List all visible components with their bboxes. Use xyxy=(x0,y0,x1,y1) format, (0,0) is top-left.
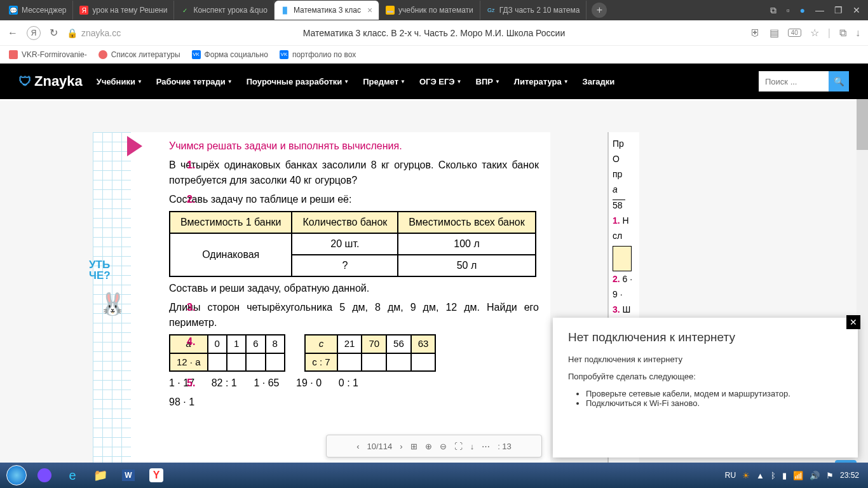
task-number: 5. xyxy=(187,376,195,391)
start-button[interactable] xyxy=(4,464,29,487)
window-controls: ⧉ ▫ ● — ❐ ✕ xyxy=(770,5,868,16)
tray-clock[interactable]: 23:52 xyxy=(840,471,859,480)
address-bar: ← Я ↻ 🔒znayka.cc Математика 3 класс. В 2… xyxy=(0,20,868,46)
pdf-more-icon[interactable]: ⋯ xyxy=(482,442,490,451)
nav-oge[interactable]: ОГЭ ЕГЭ▼ xyxy=(419,77,462,86)
yandex-icon: Y xyxy=(149,468,163,482)
doc-icon xyxy=(9,50,18,59)
tray-wifi-icon[interactable]: 📶 xyxy=(793,471,803,480)
task-number: 1. xyxy=(187,158,195,173)
pdf-grid-icon[interactable]: ⊞ xyxy=(410,442,417,451)
nav-vpr[interactable]: ВПР▼ xyxy=(476,77,500,86)
chevron-down-icon: ▼ xyxy=(400,79,405,85)
task-2b-text: Составь и реши задачу, обратную данной. xyxy=(169,281,539,296)
nav-lit[interactable]: Литература▼ xyxy=(514,77,569,86)
task-number: 4. xyxy=(187,334,195,349)
nav-zagadki[interactable]: Загадки xyxy=(583,77,615,86)
taskbar-alice[interactable] xyxy=(32,465,57,485)
tab-math-active[interactable]: ▉Математика 3 клас× xyxy=(275,1,379,20)
pdf-toolbar: ‹ 10/114 › ⊞ ⊕ ⊖ ⛶ ↓ ⋯ : 13 xyxy=(326,435,542,458)
close-window-button[interactable]: ✕ xyxy=(853,5,860,16)
tray-flag-icon[interactable]: ⚑ xyxy=(826,471,834,480)
home-button[interactable]: Я xyxy=(27,26,41,40)
popup-close-button[interactable]: ✕ xyxy=(846,315,860,329)
pdf-fullscreen-icon[interactable]: ⛶ xyxy=(454,442,463,451)
tab-uchebnik[interactable]: ▬учебник по математи xyxy=(379,1,480,20)
task-4b-table: c21705663 c : 7 xyxy=(304,334,436,372)
tray-chevron-icon[interactable]: ▲ xyxy=(756,471,764,480)
site-nav: 🛡Znayka Учебники▼ Рабочие тетради▼ Поуро… xyxy=(0,64,868,99)
nav-pouroch[interactable]: Поурочные разработки▼ xyxy=(247,77,349,86)
pdf-download-icon[interactable]: ↓ xyxy=(470,442,475,451)
tab-gdz[interactable]: GzГДЗ часть 2 10 матема xyxy=(480,1,587,20)
popup-suggestions: Проверьте сетевые кабели, модем и маршру… xyxy=(586,389,843,408)
search-icon: 🔍 xyxy=(834,77,844,86)
new-tab-button[interactable]: + xyxy=(592,3,607,18)
tray-weather-icon[interactable]: ☀ xyxy=(742,471,750,480)
browser-tab-bar: 💬Мессенджер Яурок на тему Решени ✓Конспе… xyxy=(0,0,868,20)
side-label: УТЬЧЕ? xyxy=(89,259,111,281)
close-icon[interactable]: × xyxy=(367,5,372,15)
textbook-icon: ▬ xyxy=(386,6,395,15)
nav-uchebniki[interactable]: Учебники▼ xyxy=(97,77,142,86)
download-icon[interactable]: ↓ xyxy=(855,27,860,39)
taskbar: e 📁 W Y RU ☀ ▲ ᛒ ▮ 📶 🔊 ⚑ 23:52 xyxy=(0,463,868,488)
reload-button[interactable]: ↻ xyxy=(50,27,58,39)
tabs-overview-icon[interactable]: ⧉ xyxy=(770,5,776,16)
tray-sound-icon[interactable]: 🔊 xyxy=(810,471,820,480)
nav-predmet[interactable]: Предмет▼ xyxy=(363,77,405,86)
tray-bluetooth-icon[interactable]: ᛒ xyxy=(771,471,776,480)
scrollbar[interactable] xyxy=(857,99,868,463)
system-tray: RU ☀ ▲ ᛒ ▮ 📶 🔊 ⚑ 23:52 xyxy=(725,471,864,480)
chevron-down-icon: ▼ xyxy=(227,79,233,85)
search-button[interactable]: 🔍 xyxy=(829,71,849,92)
pdf-zoom-in-icon[interactable]: ⊕ xyxy=(425,442,432,451)
bookmark-vkr[interactable]: VKR-Formirovanie- xyxy=(9,50,87,59)
chat-icon: 💬 xyxy=(9,6,18,15)
tabs-count-badge[interactable]: 40 xyxy=(788,29,801,37)
notifications-icon[interactable]: ● xyxy=(800,5,805,16)
tray-battery-icon[interactable]: ▮ xyxy=(782,471,787,480)
yandex-icon: Я xyxy=(79,6,88,15)
task-number: 2. xyxy=(187,192,195,207)
gdz-icon: Gz xyxy=(487,6,496,15)
shield-icon[interactable]: ⛨ xyxy=(750,27,761,39)
chevron-down-icon: ▼ xyxy=(137,79,142,85)
ie-icon: e xyxy=(69,468,76,483)
sidebar-icon[interactable]: ⧉ xyxy=(839,27,846,39)
site-logo[interactable]: 🛡Znayka xyxy=(19,73,83,90)
bookmark-spisok[interactable]: Список литературы xyxy=(98,50,180,59)
tab-messenger[interactable]: 💬Мессенджер xyxy=(3,1,73,20)
popup-msg: Попробуйте сделать следующее: xyxy=(568,372,843,381)
pdf-zoom-out-icon[interactable]: ⊖ xyxy=(440,442,447,451)
popup-subtitle: Нет подключения к интернету xyxy=(568,355,843,364)
taskbar-word[interactable]: W xyxy=(116,465,141,485)
pdf-prev-button[interactable]: ‹ xyxy=(356,442,359,451)
search-input[interactable] xyxy=(759,71,829,92)
taskbar-explorer[interactable]: 📁 xyxy=(88,465,113,485)
vk-icon: VK xyxy=(280,50,288,59)
bookmark-icon[interactable]: ☆ xyxy=(810,27,819,39)
taskbar-yandex[interactable]: Y xyxy=(144,465,169,485)
url-box[interactable]: 🔒znayka.cc xyxy=(67,28,121,38)
windows-icon xyxy=(6,465,27,485)
tab-yandex-lesson[interactable]: Яурок на тему Решени xyxy=(73,1,174,20)
taskbar-ie[interactable]: e xyxy=(60,465,85,485)
minimize-button[interactable]: — xyxy=(815,5,824,16)
extensions-icon[interactable]: ▫ xyxy=(787,5,790,16)
translate-icon[interactable]: ▤ xyxy=(770,27,779,39)
nav-tetr[interactable]: Рабочие тетради▼ xyxy=(156,77,233,86)
task-number: 3. xyxy=(187,300,195,315)
pdf-next-button[interactable]: › xyxy=(400,442,402,451)
bookmark-forma[interactable]: VKФорма социально xyxy=(192,50,268,59)
back-button[interactable]: ← xyxy=(8,27,18,39)
bookmark-portfolio[interactable]: VKпортфолио по вох xyxy=(280,50,356,59)
maximize-button[interactable]: ❐ xyxy=(834,5,843,16)
tab-konspekt[interactable]: ✓Конспект урока &quo xyxy=(174,1,274,20)
scrollbar-thumb[interactable] xyxy=(857,99,868,150)
task-1-text: В четырёх одинаковых банках засолили 8 к… xyxy=(169,158,539,188)
bookmarks-bar: VKR-Formirovanie- Список литературы VKФо… xyxy=(0,46,868,64)
vk-icon: VK xyxy=(192,50,201,59)
pdf-extra-text: : 13 xyxy=(498,442,512,451)
tray-lang[interactable]: RU xyxy=(725,471,736,480)
